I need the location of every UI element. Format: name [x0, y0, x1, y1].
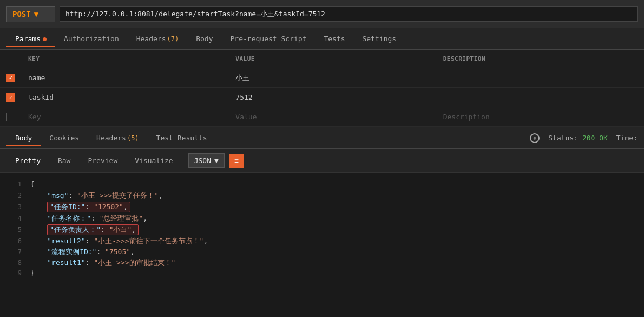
- list-item: 8 "result1": "小王->>>的审批结束！": [0, 257, 644, 268]
- col-check: [0, 53, 22, 64]
- row1-checkbox[interactable]: [0, 70, 22, 86]
- body-tab-visualize[interactable]: Visualize: [128, 154, 179, 167]
- list-item: 4 "任务名称：": "总经理审批",: [0, 213, 644, 224]
- table-row: name 小王: [0, 68, 644, 88]
- row3-description-placeholder[interactable]: Description: [437, 109, 644, 124]
- row1-description[interactable]: [437, 75, 644, 81]
- body-toolbar: Pretty Raw Preview Visualize JSON ▼ ≡: [0, 149, 644, 173]
- url-bar: POST ▼: [0, 0, 644, 28]
- list-item: 6 "result2": "小王->>>前往下一个任务节点！",: [0, 236, 644, 247]
- list-item: 9 }: [0, 268, 644, 279]
- list-item: 2 "msg": "小王->>>提交了任务！",: [0, 190, 644, 201]
- tab-params[interactable]: Params: [6, 30, 55, 47]
- row2-value[interactable]: 7512: [229, 90, 436, 105]
- row3-checkbox[interactable]: [0, 109, 22, 125]
- table-row: Key Value Description: [0, 107, 644, 127]
- status-value: 200 OK: [582, 134, 608, 142]
- response-status: ⊕ Status: 200 OK Time:: [530, 133, 638, 143]
- col-value: VALUE: [229, 53, 436, 64]
- table-row: taskId 7512: [0, 88, 644, 107]
- col-key: KEY: [22, 53, 229, 64]
- params-table: KEY VALUE DESCRIPTION name 小王 taskId 751…: [0, 50, 644, 127]
- row2-description[interactable]: [437, 94, 644, 101]
- resp-tab-headers[interactable]: Headers(5): [88, 130, 147, 146]
- resp-tab-test-results[interactable]: Test Results: [148, 130, 216, 146]
- tab-authorization[interactable]: Authorization: [55, 30, 128, 47]
- tab-settings[interactable]: Settings: [354, 30, 405, 47]
- params-dot: [43, 37, 47, 41]
- format-select[interactable]: JSON ▼: [188, 153, 225, 168]
- row2-key[interactable]: taskId: [22, 90, 229, 105]
- wrap-button[interactable]: ≡: [229, 154, 244, 168]
- checkbox-name[interactable]: [6, 74, 15, 82]
- row1-key[interactable]: name: [22, 70, 229, 85]
- list-item: 3 "任务ID:": "12502",: [0, 201, 644, 213]
- tab-tests[interactable]: Tests: [315, 30, 353, 47]
- json-display: 1 { 2 "msg": "小王->>>提交了任务！", 3 "任务ID:": …: [0, 173, 644, 287]
- response-tabs: Body Cookies Headers(5) Test Results ⊕ S…: [0, 127, 644, 149]
- list-item: 1 {: [0, 179, 644, 190]
- method-label: POST: [12, 10, 31, 18]
- row2-checkbox[interactable]: [0, 90, 22, 105]
- time-label: Time:: [616, 134, 638, 142]
- format-chevron-icon: ▼: [214, 157, 219, 165]
- row1-value[interactable]: 小王: [229, 70, 436, 86]
- tab-headers[interactable]: Headers(7): [128, 30, 187, 47]
- globe-icon: ⊕: [530, 133, 540, 143]
- row3-key-placeholder[interactable]: Key: [22, 109, 229, 124]
- tab-body[interactable]: Body: [187, 30, 221, 47]
- col-description: DESCRIPTION: [437, 53, 644, 64]
- params-header-row: KEY VALUE DESCRIPTION: [0, 50, 644, 68]
- resp-tab-body[interactable]: Body: [6, 130, 41, 146]
- url-input[interactable]: [60, 6, 638, 22]
- checkbox-empty[interactable]: [6, 113, 15, 121]
- body-tab-pretty[interactable]: Pretty: [9, 154, 47, 167]
- method-select[interactable]: POST ▼: [6, 6, 55, 22]
- tab-pre-request[interactable]: Pre-request Script: [222, 30, 316, 47]
- body-tab-raw[interactable]: Raw: [51, 154, 77, 167]
- request-tabs: Params Authorization Headers(7) Body Pre…: [0, 28, 644, 50]
- checkbox-taskid[interactable]: [6, 93, 15, 102]
- status-label: Status: 200 OK: [548, 134, 608, 142]
- row3-value-placeholder[interactable]: Value: [229, 109, 436, 124]
- method-chevron-icon: ▼: [34, 10, 38, 18]
- body-tab-preview[interactable]: Preview: [81, 154, 124, 167]
- resp-tab-cookies[interactable]: Cookies: [41, 130, 88, 146]
- list-item: 7 "流程实例ID:": "7505",: [0, 247, 644, 257]
- list-item: 5 "任务负责人：": "小白",: [0, 224, 644, 236]
